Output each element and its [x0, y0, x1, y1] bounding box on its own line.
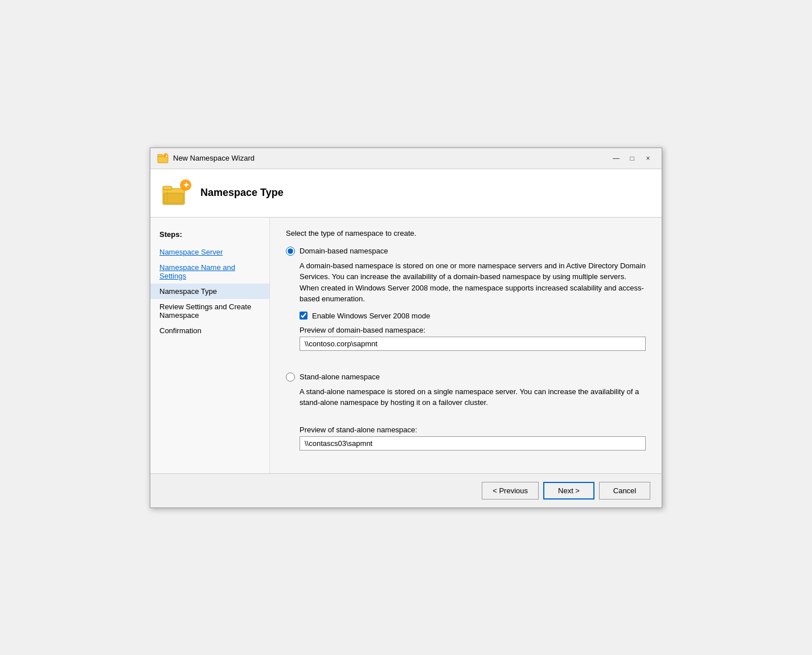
title-bar-controls: — □ × — [609, 153, 655, 164]
sidebar-item-namespace-server[interactable]: Namespace Server — [150, 244, 269, 260]
option-divider — [286, 362, 646, 372]
previous-button[interactable]: < Previous — [482, 482, 539, 500]
wizard-window: ★ New Namespace Wizard — □ × ✦ Namespace… — [150, 148, 662, 508]
enable-2008-mode-row: Enable Windows Server 2008 mode — [300, 312, 646, 320]
maximize-button[interactable]: □ — [625, 153, 639, 164]
title-bar-left: ★ New Namespace Wizard — [157, 153, 255, 164]
standalone-option-row: Stand-alone namespace — [286, 372, 646, 382]
sidebar: Steps: Namespace Server Namespace Name a… — [150, 218, 270, 473]
enable-2008-mode-checkbox[interactable] — [300, 312, 307, 320]
sidebar-heading: Steps: — [150, 227, 269, 244]
title-bar: ★ New Namespace Wizard — □ × — [150, 148, 662, 169]
sidebar-item-confirmation: Confirmation — [150, 323, 269, 338]
next-button[interactable]: Next > — [543, 482, 594, 500]
standalone-spacer — [286, 415, 646, 425]
standalone-description: A stand-alone namespace is stored on a s… — [300, 386, 646, 408]
domain-based-radio[interactable] — [286, 247, 295, 256]
domain-based-label: Domain-based namespace — [300, 247, 388, 255]
svg-rect-1 — [158, 154, 162, 157]
page-title: Namespace Type — [200, 187, 284, 199]
enable-2008-mode-label: Enable Windows Server 2008 mode — [312, 312, 430, 320]
standalone-label: Stand-alone namespace — [300, 372, 380, 381]
content-area: Select the type of namespace to create. … — [270, 218, 662, 473]
wizard-body: Steps: Namespace Server Namespace Name a… — [150, 218, 662, 473]
sidebar-item-namespace-type[interactable]: Namespace Type — [150, 284, 269, 299]
wizard-footer: < Previous Next > Cancel — [150, 473, 662, 507]
standalone-section: Stand-alone namespace A stand-alone name… — [286, 372, 646, 451]
svg-rect-6 — [164, 193, 183, 203]
content-intro: Select the type of namespace to create. — [286, 229, 646, 238]
sidebar-item-review-settings: Review Settings and Create Namespace — [150, 299, 269, 323]
sidebar-item-namespace-name[interactable]: Namespace Name and Settings — [150, 260, 269, 284]
domain-based-option-row: Domain-based namespace — [286, 247, 646, 256]
domain-preview-input[interactable] — [300, 337, 646, 351]
window-icon: ★ — [157, 153, 169, 164]
minimize-button[interactable]: — — [609, 153, 623, 164]
header-icon: ✦ — [162, 178, 191, 208]
svg-rect-5 — [163, 186, 172, 190]
domain-based-section: Domain-based namespace A domain-based na… — [286, 247, 646, 351]
page-header: ✦ Namespace Type — [150, 169, 662, 218]
close-button[interactable]: × — [641, 153, 655, 164]
domain-based-description: A domain-based namespace is stored on on… — [300, 260, 646, 305]
svg-text:✦: ✦ — [183, 181, 190, 190]
cancel-button[interactable]: Cancel — [599, 482, 650, 500]
standalone-preview-label: Preview of stand-alone namespace: — [300, 425, 646, 434]
standalone-radio[interactable] — [286, 372, 295, 382]
window-title: New Namespace Wizard — [173, 154, 255, 162]
standalone-preview-input[interactable] — [300, 436, 646, 451]
domain-preview-label: Preview of domain-based namespace: — [300, 326, 646, 334]
